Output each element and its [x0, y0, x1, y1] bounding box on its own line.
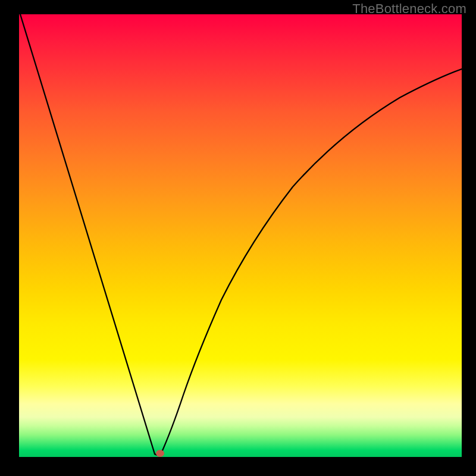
curve-left-branch: [20, 14, 155, 454]
chart-frame: TheBottleneck.com: [0, 0, 476, 476]
min-marker: [156, 450, 164, 457]
curve-right-branch: [161, 69, 462, 455]
plot-area: [19, 14, 462, 457]
watermark-text: TheBottleneck.com: [352, 1, 466, 17]
bottleneck-curve: [19, 14, 462, 457]
